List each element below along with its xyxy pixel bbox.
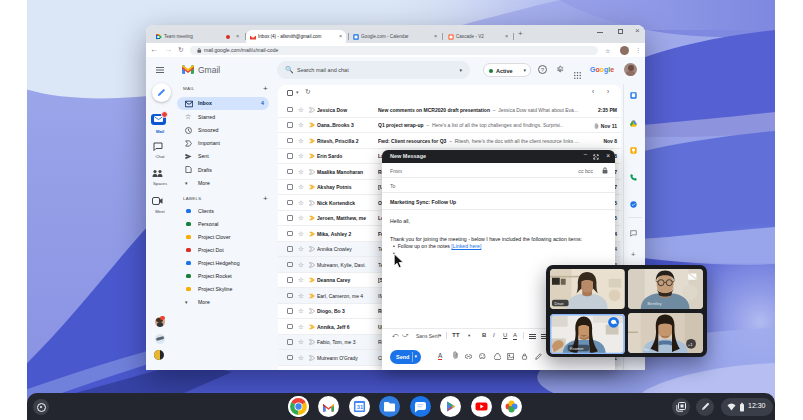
svg-text:Bentley: Bentley [648, 301, 663, 306]
svg-text:Drue: Drue [554, 301, 564, 306]
svg-text:Kramer: Kramer [570, 345, 584, 350]
svg-text:Nu: Nu [644, 346, 650, 351]
svg-text:+1: +1 [688, 341, 693, 346]
svg-text:31: 31 [356, 404, 363, 410]
